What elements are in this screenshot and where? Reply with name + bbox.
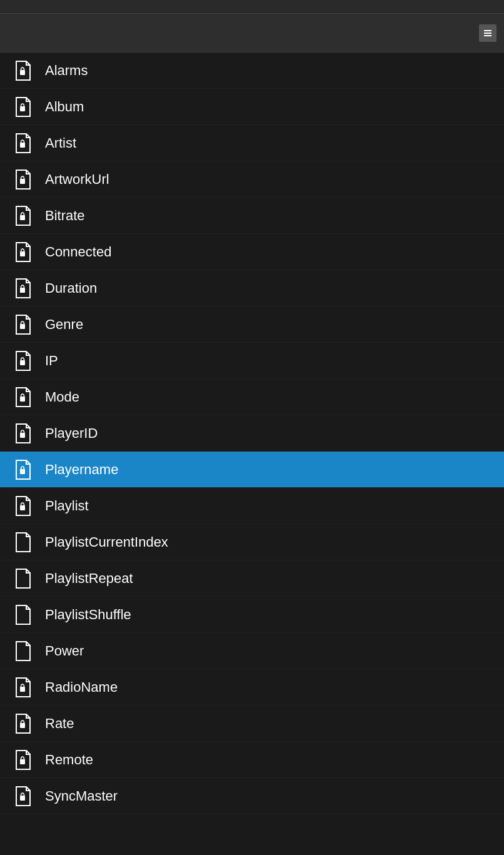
locked-doc-icon — [13, 784, 33, 808]
list-item-mode[interactable]: Mode — [0, 379, 504, 415]
item-label-playlist: Playlist — [45, 498, 89, 514]
svg-rect-12 — [20, 397, 25, 402]
list-item-playerid[interactable]: PlayerID — [0, 415, 504, 452]
list-item-artist[interactable]: Artist — [0, 125, 504, 161]
doc-icon — [13, 603, 33, 627]
locked-doc-icon — [13, 385, 33, 409]
list-item-alarms[interactable]: Alarms — [0, 53, 504, 89]
item-label-genre: Genre — [45, 316, 83, 333]
list-item-playlistcurrentindex[interactable]: PlaylistCurrentIndex — [0, 524, 504, 560]
item-label-playlistcurrentindex: PlaylistCurrentIndex — [45, 534, 168, 550]
list-item-remote[interactable]: Remote — [0, 742, 504, 778]
locked-doc-icon — [13, 131, 33, 155]
item-label-remote: Remote — [45, 752, 93, 768]
item-label-mode: Mode — [45, 389, 79, 405]
item-label-artworkurl: ArtworkUrl — [45, 171, 109, 188]
svg-rect-13 — [20, 433, 25, 438]
item-label-alarms: Alarms — [45, 63, 88, 79]
list-item-syncmaster[interactable]: SyncMaster — [0, 778, 504, 814]
list-item-ip[interactable]: IP — [0, 343, 504, 379]
items-list: Alarms Album Artist ArtworkUrl Bitrate C — [0, 53, 504, 814]
locked-doc-icon — [13, 748, 33, 772]
svg-rect-2 — [484, 35, 491, 36]
list-item-power[interactable]: Power — [0, 633, 504, 669]
list-item-playlistrepeat[interactable]: PlaylistRepeat — [0, 560, 504, 597]
svg-rect-19 — [20, 796, 25, 801]
top-bar — [0, 0, 504, 14]
svg-rect-0 — [484, 30, 491, 31]
item-label-playlistrepeat: PlaylistRepeat — [45, 570, 133, 587]
svg-rect-1 — [484, 33, 491, 34]
item-label-playername: Playername — [45, 462, 118, 478]
list-item-connected[interactable]: Connected — [0, 234, 504, 270]
svg-rect-6 — [20, 179, 25, 184]
locked-doc-icon — [13, 458, 33, 482]
list-item-playlistshuffle[interactable]: PlaylistShuffle — [0, 597, 504, 633]
locked-doc-icon — [13, 712, 33, 736]
search-bar — [0, 14, 504, 53]
item-label-power: Power — [45, 643, 84, 659]
svg-rect-11 — [20, 360, 25, 365]
list-item-playername[interactable]: Playername — [0, 452, 504, 488]
svg-rect-4 — [20, 106, 25, 111]
list-item-playlist[interactable]: Playlist — [0, 488, 504, 524]
list-item-bitrate[interactable]: Bitrate — [0, 198, 504, 234]
item-label-bitrate: Bitrate — [45, 208, 85, 224]
svg-rect-18 — [20, 759, 25, 764]
svg-rect-3 — [20, 70, 25, 75]
doc-icon — [13, 530, 33, 554]
doc-icon — [13, 567, 33, 590]
svg-rect-5 — [20, 143, 25, 148]
item-label-duration: Duration — [45, 280, 97, 296]
locked-doc-icon — [13, 675, 33, 699]
item-label-artist: Artist — [45, 135, 76, 151]
item-label-album: Album — [45, 99, 84, 115]
svg-rect-14 — [20, 469, 25, 474]
locked-doc-icon — [13, 95, 33, 119]
locked-doc-icon — [13, 59, 33, 83]
list-item-genre[interactable]: Genre — [0, 306, 504, 343]
locked-doc-icon — [13, 422, 33, 445]
list-item-radioname[interactable]: RadioName — [0, 669, 504, 706]
locked-doc-icon — [13, 276, 33, 300]
list-item-rate[interactable]: Rate — [0, 706, 504, 742]
svg-rect-7 — [20, 215, 25, 220]
locked-doc-icon — [13, 349, 33, 373]
locked-doc-icon — [13, 494, 33, 518]
svg-rect-17 — [20, 723, 25, 728]
svg-rect-15 — [20, 505, 25, 510]
svg-rect-16 — [20, 687, 25, 692]
doc-icon — [13, 639, 33, 663]
locked-doc-icon — [13, 313, 33, 336]
item-label-connected: Connected — [45, 244, 111, 260]
svg-rect-10 — [20, 324, 25, 329]
svg-rect-9 — [20, 288, 25, 293]
menu-icon[interactable] — [479, 24, 496, 42]
item-label-radioname: RadioName — [45, 679, 118, 696]
item-label-playerid: PlayerID — [45, 425, 98, 442]
locked-doc-icon — [13, 168, 33, 191]
item-label-rate: Rate — [45, 716, 74, 732]
svg-rect-8 — [20, 251, 25, 256]
locked-doc-icon — [13, 240, 33, 264]
item-label-playlistshuffle: PlaylistShuffle — [45, 607, 131, 623]
item-label-syncmaster: SyncMaster — [45, 788, 118, 804]
item-label-ip: IP — [45, 353, 58, 369]
list-item-artworkurl[interactable]: ArtworkUrl — [0, 161, 504, 198]
list-item-album[interactable]: Album — [0, 89, 504, 125]
list-item-duration[interactable]: Duration — [0, 270, 504, 306]
locked-doc-icon — [13, 204, 33, 228]
